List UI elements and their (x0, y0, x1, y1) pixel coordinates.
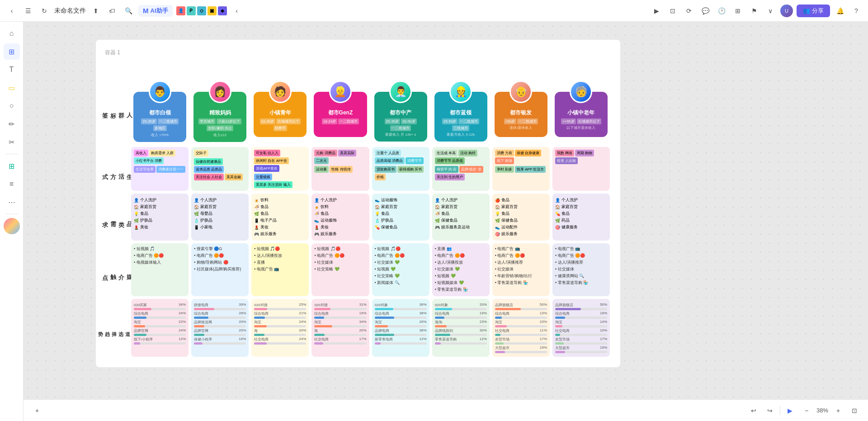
channel-label: 品牌线路到30% (435, 328, 487, 333)
row-label-channel: 渠道选择趋势 (105, 298, 130, 358)
clock-button[interactable]: 🕐 (715, 5, 728, 17)
tag: 一二线城市 (517, 118, 538, 124)
lifestyle-cell-4: 元购 消费品 美其实际 二次元 运动量 性格 传统传 (311, 147, 369, 191)
sidebar-shape[interactable]: ○ (4, 98, 20, 114)
channel-item: 保健小程序16% (194, 337, 246, 345)
ai-assistant-button[interactable]: M AI助手 (138, 5, 173, 17)
plugin-icon-2[interactable]: P (187, 6, 196, 15)
collapse-button[interactable]: ‹ (231, 5, 243, 17)
zoom-level[interactable]: 38% (816, 407, 828, 414)
back-button[interactable]: ‹ (5, 5, 18, 17)
progress-fill (194, 317, 208, 319)
progress-fill (435, 317, 445, 319)
plugin-icon-5[interactable]: ◈ (218, 6, 227, 15)
channel-label: 保健小程序16% (194, 337, 246, 342)
user-avatar[interactable]: U (780, 5, 793, 17)
lifestyle-tag: 交际子 (194, 150, 208, 156)
media-item: • 短视频 💚 (435, 273, 487, 279)
channel-item: 大型超市19% (495, 345, 547, 353)
undo-button[interactable]: ↩ (747, 404, 760, 417)
channel-item: 综合电商24% (134, 311, 186, 319)
persona-card-7[interactable]: 👴 都市银发 >50岁 一二线城市 退休/退休收入 (495, 92, 547, 137)
channel-item: 海淘23% (435, 320, 487, 327)
comment-button[interactable]: 💬 (699, 5, 712, 17)
lifestyle-tag: 保健 自身健康 (515, 150, 541, 156)
add-page-button[interactable]: + (31, 404, 43, 417)
bottom-left: + (31, 404, 43, 417)
sidebar-more[interactable]: ⋯ (4, 194, 20, 210)
canvas[interactable]: 容器 1 人群标签 👨 都市白领 25-35岁 一二线城市 多地区 收入 ≈70… (24, 22, 868, 399)
persona-income-7: 退休/退休收入 (498, 125, 544, 130)
diagram-button[interactable]: ⊞ (731, 5, 744, 17)
sidebar-grid[interactable]: ⊞ (4, 43, 20, 60)
share-button[interactable]: 👥 分享 (797, 5, 830, 17)
sidebar-home[interactable]: ⌂ (4, 25, 20, 42)
sidebar-text[interactable]: T (4, 61, 20, 78)
plugin-icon-1[interactable]: 👤 (176, 6, 185, 15)
cat-item: 🍺 饮料 (254, 197, 306, 203)
media-item: • 短视频 🎵 (134, 246, 186, 252)
persona-name-1: 都市白领 (137, 109, 183, 117)
persona-card-8[interactable]: 🧓 小镇中老年 >>55岁 出城城市以下 以下城市退休收入 (555, 92, 608, 137)
fit-page-button[interactable]: ⊡ (848, 404, 861, 417)
persona-row-label: 人群标签 (101, 108, 134, 109)
persona-card-2[interactable]: 👩 精致妈妈 学历城市 小孩12岁以下 全职/兼职 办公 收入≥12 (193, 92, 246, 142)
present-button[interactable]: ⊡ (666, 5, 679, 17)
redo-button[interactable]: ↪ (764, 404, 776, 417)
notification-button[interactable]: 🔔 (834, 5, 846, 17)
persona-card-5[interactable]: 👨‍💼 都市中产 25-35岁 30-50岁 一二线城市 家庭收入 月 12k+… (374, 92, 427, 142)
channel-label: 零售渠道导购12% (435, 337, 487, 342)
sidebar-list[interactable]: ≡ (4, 176, 20, 192)
plugin-icon-3[interactable]: ◇ (197, 6, 206, 15)
sync-button[interactable]: ↻ (38, 5, 51, 17)
channel-item: 淘宝14% (555, 320, 607, 327)
sidebar-table[interactable]: ⊞ (4, 158, 20, 174)
persona-card-4[interactable]: 👱 都市GenZ 18-24岁 一二线城市 (314, 92, 367, 137)
tag: 18-24岁 (322, 118, 337, 124)
tag: 出城城市以下 (577, 118, 601, 124)
cat-item: 🍜 食品 (254, 204, 306, 210)
progress-bar (435, 317, 487, 319)
sidebar-colors[interactable] (4, 218, 20, 234)
channel-item: 淘宝23% (495, 320, 547, 327)
persona-card-6[interactable]: 👷 都市蓝领 25-50岁 一二线城市 三线城市 家庭月收入 5-12k (434, 92, 487, 142)
plugin-icon-4[interactable]: ▣ (208, 6, 217, 15)
upload-button[interactable]: ⬆ (90, 5, 102, 17)
progress-bar (194, 334, 246, 336)
persona-avatar-2: 👩 (209, 80, 231, 103)
sidebar-pen[interactable]: ✏ (4, 116, 20, 132)
animate-button[interactable]: ⟳ (683, 5, 695, 17)
channel-item: 农贸市场17% (555, 337, 607, 345)
row-label-category: 品类需求 (105, 192, 130, 242)
media-row-label: 媒介触点 (101, 270, 134, 270)
persona-card-1[interactable]: 👨 都市白领 25-35岁 一二线城市 多地区 收入 ≈70% (133, 92, 186, 142)
persona-genz: 👱 都市GenZ 18-24岁 一二线城市 (310, 70, 370, 146)
sidebar-sticky[interactable]: ▭ (4, 80, 20, 96)
lifestyle-tag: 高收入 (134, 150, 148, 156)
media-item: • 社交媒体 (555, 266, 607, 272)
lifestyle-tags-3: 可女私 估人入 休闲时 自在 APP在 游戏APP喜欢 (254, 150, 306, 172)
chevron-button[interactable]: ∨ (764, 5, 777, 17)
progress-bar (314, 334, 366, 336)
sidebar-connect[interactable]: ✂ (4, 134, 20, 150)
media-item: • 社交媒体 💚 (375, 260, 427, 265)
progress-fill (555, 351, 565, 353)
channel-label: 淘宝24% (254, 320, 306, 325)
media-item: • 短视频 💚 (375, 266, 427, 272)
search-button[interactable]: 🔍 (122, 5, 135, 17)
menu-button[interactable]: ☰ (22, 5, 34, 17)
media-item: • 电商广告 🟠🔴 (495, 253, 547, 259)
cursor-button[interactable]: ▶ (784, 404, 797, 417)
zoom-in-button[interactable]: + (832, 404, 844, 417)
cat-item: 💡 食品 (495, 211, 547, 217)
tag-button[interactable]: 🏷 (106, 5, 118, 17)
progress-fill (254, 317, 265, 319)
channel-item: 综合电商19% (435, 311, 487, 319)
persona-card-3[interactable]: 🧑 小镇青年 18-35岁 出城城市以下 枝桦平 (254, 92, 307, 137)
tag: >>55岁 (561, 118, 576, 124)
zoom-out-button[interactable]: − (800, 404, 813, 417)
media-item: • 达人/演播推荐 (555, 260, 607, 265)
play-button[interactable]: ▶ (650, 5, 663, 17)
help-button[interactable]: ? (850, 5, 863, 17)
flag-button[interactable]: ⚑ (748, 5, 760, 17)
